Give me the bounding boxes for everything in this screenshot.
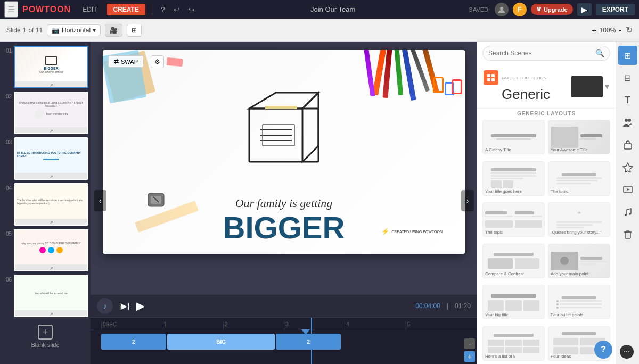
export-button[interactable]: EXPORT — [596, 4, 635, 15]
svg-point-16 — [625, 119, 628, 122]
rotate-button[interactable]: ↻ — [626, 25, 633, 35]
layout-card-5[interactable]: " "Quotes bring your story..." — [548, 202, 610, 237]
create-button[interactable]: CREATE — [107, 4, 145, 15]
timeline-segment-1[interactable]: BIG — [167, 334, 275, 350]
music-btn[interactable]: ♪ — [97, 298, 113, 314]
zoom-out-btn[interactable]: - — [619, 26, 621, 35]
slide-footer-icon-2: ↗ — [50, 129, 53, 134]
layout-card-10[interactable]: Here's a list of 9 — [482, 326, 545, 361]
mark-4: 4 — [345, 321, 405, 330]
slide-item-6[interactable]: 06 You who will be amazed me ↗ — [2, 275, 88, 317]
music-icon-btn[interactable] — [618, 202, 637, 221]
layout-card-6[interactable]: Compare & Contrast — [482, 244, 545, 278]
blank-slide-btn[interactable]: + Blank slide — [2, 320, 88, 352]
hamburger-menu[interactable]: ☰ — [4, 1, 18, 18]
svg-marker-3 — [302, 93, 318, 162]
slide-item-1[interactable]: 01 BIGGER Our family is getting ↗ — [2, 46, 88, 88]
layout-label-8: Your big title — [485, 312, 509, 317]
secondary-toolbar: Slide 1 of 11 📷 Horizontal ▾ 🎥 ⊞ + 100% … — [0, 19, 639, 42]
layout-name: Generic — [502, 86, 550, 103]
film-view-btn[interactable]: 🎥 — [105, 24, 122, 37]
layout-label-0: A Catchy Title — [485, 147, 511, 152]
layout-label-4: The topic — [485, 230, 503, 235]
settings-button[interactable]: ⚙ — [151, 55, 164, 68]
right-panel: 🔍 LAYOUT COLLECTION Generic ▾ GENERIC LA… — [477, 42, 616, 364]
characters-icon-btn[interactable] — [618, 158, 637, 177]
people-icon-btn[interactable] — [618, 113, 637, 132]
layouts-icon-btn[interactable]: ⊞ — [618, 46, 637, 65]
layout-label-9: Four bullet points — [551, 312, 583, 317]
media-icon-btn[interactable] — [618, 180, 637, 199]
slide-thumb-5[interactable]: why are you joining TO COMPLETE OUR FAMI… — [14, 229, 88, 271]
svg-rect-15 — [491, 78, 495, 81]
orientation-dropdown[interactable]: 📷 Horizontal ▾ — [47, 24, 101, 36]
redo-button[interactable]: ↪ — [186, 3, 197, 16]
mark-2: 2 — [223, 321, 284, 330]
layout-card-8[interactable]: Your big title — [482, 285, 545, 319]
svg-rect-13 — [491, 74, 495, 77]
timeline-add-btn[interactable]: + — [464, 351, 475, 362]
grid-view-btn[interactable]: ⊞ — [127, 24, 142, 37]
slide-thumb-1[interactable]: BIGGER Our family is getting ↗ — [14, 46, 88, 88]
panel-chevron[interactable]: ▾ — [605, 81, 609, 92]
layout-card-0[interactable]: A Catchy Title — [482, 120, 545, 154]
slide-thumb-6[interactable]: You who will be amazed me ↗ — [14, 275, 88, 317]
search-box: 🔍 — [482, 46, 610, 61]
layout-card-2[interactable]: Your title goes here — [482, 161, 545, 196]
help-button[interactable]: ? — [594, 341, 612, 359]
slide-footer-icon-6: ↗ — [50, 312, 53, 317]
text-icon-btn[interactable]: T — [618, 90, 637, 110]
zoom-in-btn[interactable]: + — [592, 26, 596, 35]
layout-card-4[interactable]: The topic — [482, 202, 545, 237]
undo-button[interactable]: ↩ — [171, 3, 182, 16]
slide-item-4[interactable]: 04 The families who will be introduce a … — [2, 183, 88, 226]
layout-card-3[interactable]: The topic — [548, 161, 610, 196]
slide-num-6: 06 — [2, 275, 12, 283]
layout-card-9[interactable]: Four bullet points — [548, 285, 610, 319]
search-input[interactable] — [488, 49, 592, 57]
badge-text: CREATED USING POWTOON — [391, 230, 443, 234]
timeline-remove-btn[interactable]: - — [464, 338, 475, 349]
more-button[interactable]: ⋯ — [620, 345, 634, 359]
timeline-track: 2 BIG 2 — [101, 334, 461, 350]
canvas-background: ⇄ SWAP ⚙ — [103, 50, 465, 254]
swap-label: SWAP — [121, 59, 138, 65]
timeline-segment-2[interactable]: 2 — [276, 334, 341, 350]
props-icon-btn[interactable] — [618, 135, 637, 154]
patterns-icon-btn[interactable]: ⊟ — [618, 68, 637, 87]
timeline-segment-0[interactable]: 2 — [101, 334, 166, 350]
slide-item-3[interactable]: 03 HI, I'LL BE INTRODUCING YOU TO THE CO… — [2, 137, 88, 180]
crown-icon: ♛ — [536, 6, 542, 13]
layout-card-1[interactable]: Your Awesome Title — [548, 120, 610, 154]
upgrade-button[interactable]: ♛ Upgrade — [531, 4, 573, 15]
slide-nav: Slide 1 of 11 — [6, 27, 43, 34]
layout-label-6: Compare & Contrast — [485, 271, 524, 276]
help-icon-btn[interactable]: ? — [159, 3, 167, 16]
slide-thumb-2[interactable]: And you have a chance of using a COMPANY… — [14, 92, 88, 134]
svg-rect-12 — [487, 74, 490, 77]
chevron-icon: ▾ — [93, 27, 96, 34]
slide-item-5[interactable]: 05 why are you joining TO COMPLETE OUR F… — [2, 229, 88, 271]
timeline-play-prev[interactable]: [▶] — [119, 302, 129, 310]
svg-point-23 — [629, 213, 631, 215]
slide-item-2[interactable]: 02 And you have a chance of using a COMP… — [2, 92, 88, 134]
user-avatar[interactable]: F — [513, 3, 527, 16]
slide-thumb-4[interactable]: The families who will be introduce a ser… — [14, 183, 88, 226]
delete-icon-btn[interactable] — [618, 225, 637, 244]
slide-thumb-3[interactable]: HI, I'LL BE INTRODUCING YOU TO THE COMPA… — [14, 137, 88, 180]
present-button[interactable]: ▶ — [577, 3, 592, 16]
timeline-marks: 0SEC 1 2 3 4 5 — [91, 318, 477, 330]
canvas-next-btn[interactable]: › — [461, 190, 474, 211]
swap-button[interactable]: ⇄ SWAP — [108, 55, 144, 68]
slide-num-4: 04 — [2, 183, 12, 191]
edit-button[interactable]: EDIT — [77, 4, 102, 15]
grid-icon: ⊞ — [132, 27, 137, 34]
powtoon-logo-text: ⚡ — [381, 228, 389, 235]
navbar: ☰ POWTOON EDIT CREATE ? ↩ ↪ Join Our Tea… — [0, 0, 639, 19]
app-logo: POWTOON — [22, 5, 71, 14]
layout-card-7[interactable]: Add your main point — [548, 244, 610, 278]
panel-header: LAYOUT COLLECTION Generic ▾ — [477, 65, 616, 109]
slide-num-2: 02 — [2, 92, 12, 100]
timeline-play-btn[interactable]: ▶ — [136, 299, 145, 313]
canvas-prev-btn[interactable]: ‹ — [94, 190, 106, 211]
